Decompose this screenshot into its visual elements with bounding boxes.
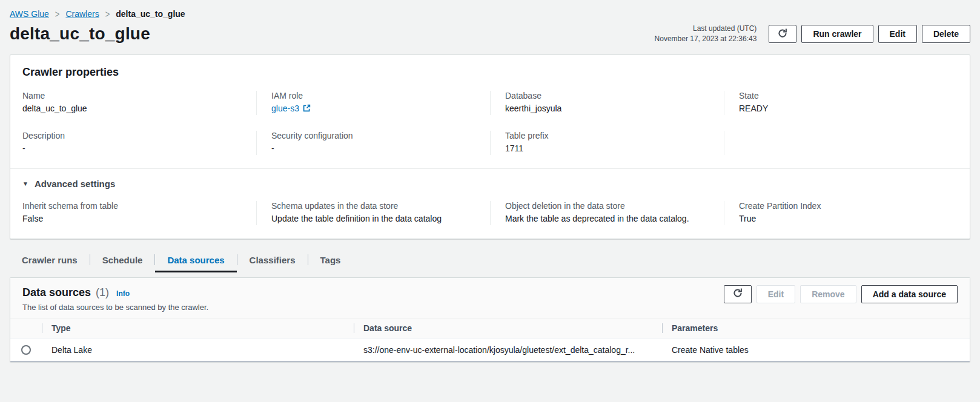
tab-classifiers[interactable]: Classifiers [237,252,308,272]
field-value: 1711 [505,143,709,153]
last-updated-label: Last updated (UTC) [655,24,757,34]
page: AWS Glue > Crawlers > delta_uc_to_glue d… [0,0,980,362]
data-sources-table: Type Data source Parameters Delta Lake s… [10,318,970,361]
field-state: State READY [724,91,958,115]
add-data-source-button[interactable]: Add a data source [861,285,958,303]
field-partition-index: Create Partition Index True [724,201,958,225]
field-database: Database keerthi_josyula [490,91,724,115]
crawler-properties-title: Crawler properties [22,66,958,79]
refresh-icon [733,288,743,300]
field-description: Description - [22,131,256,155]
refresh-button[interactable] [724,285,752,303]
field-inherit-schema: Inherit schema from table False [22,201,256,225]
field-value: keerthi_josyula [505,104,709,113]
last-updated: Last updated (UTC) November 17, 2023 at … [655,24,757,45]
remove-data-source-button[interactable]: Remove [800,285,856,303]
cell-data-source: s3://one-env-uc-external-location/kjosyu… [354,345,662,355]
cell-parameters: Create Native tables [662,345,970,355]
field-empty [724,131,958,155]
data-sources-header: Data sources (1) Info The list of data s… [10,278,970,318]
field-label: IAM role [271,91,475,100]
field-security-configuration: Security configuration - [256,131,490,155]
data-sources-actions: Edit Remove Add a data source [724,285,958,303]
crawler-properties-card: Crawler properties Name delta_uc_to_glue… [10,54,970,239]
column-header-type: Type [42,323,354,333]
column-header-parameters: Parameters [662,323,970,333]
run-crawler-button[interactable]: Run crawler [801,25,873,43]
field-label: Object deletion in the data store [505,201,709,211]
properties-grid: Name delta_uc_to_glue IAM role glue-s3 [22,91,958,155]
field-label: Name [22,91,242,100]
chevron-right-icon: > [105,8,110,20]
field-schema-updates: Schema updates in the data store Update … [256,201,490,225]
data-sources-title: Data sources [22,286,91,299]
tab-crawler-runs[interactable]: Crawler runs [10,252,90,272]
advanced-settings-toggle[interactable]: ▼ Advanced settings [22,179,115,189]
section-divider [10,168,970,169]
edit-crawler-button[interactable]: Edit [878,25,917,43]
table-row: Delta Lake s3://one-env-uc-external-loca… [10,338,970,361]
field-label: Table prefix [505,131,709,140]
field-value: Mark the table as deprecated in the data… [505,214,709,223]
field-value: Update the table definition in the data … [271,214,475,223]
table-header-row: Type Data source Parameters [10,318,970,338]
field-object-deletion: Object deletion in the data store Mark t… [490,201,724,225]
field-table-prefix: Table prefix 1711 [490,131,724,155]
field-value: False [22,214,242,223]
breadcrumb-link-aws-glue[interactable]: AWS Glue [10,9,49,19]
external-link-icon [303,104,311,112]
field-value: delta_uc_to_glue [22,104,242,113]
field-iam-role: IAM role glue-s3 [256,91,490,115]
advanced-settings-label: Advanced settings [35,179,115,189]
crawler-state-value: READY [739,104,943,113]
chevron-right-icon: > [55,8,60,20]
data-sources-card: Data sources (1) Info The list of data s… [10,277,970,362]
breadcrumb-link-crawlers[interactable]: Crawlers [65,9,99,19]
field-label: Create Partition Index [739,201,943,211]
field-label: Inherit schema from table [22,201,242,211]
tab-tags[interactable]: Tags [308,252,353,272]
refresh-button[interactable] [769,25,796,43]
field-value: True [739,214,943,223]
tab-data-sources[interactable]: Data sources [155,252,236,272]
field-label: State [739,91,943,100]
field-name: Name delta_uc_to_glue [22,91,256,115]
data-sources-count: (1) [96,286,109,299]
info-link[interactable]: Info [116,289,130,298]
field-value: - [271,143,475,153]
refresh-icon [778,28,787,40]
cell-type: Delta Lake [42,345,354,355]
iam-role-link-text: glue-s3 [271,104,299,113]
iam-role-link[interactable]: glue-s3 [271,104,311,113]
field-label: Description [22,131,242,140]
breadcrumb-current: delta_uc_to_glue [116,9,185,19]
header-actions: Last updated (UTC) November 17, 2023 at … [655,24,970,45]
last-updated-value: November 17, 2023 at 22:36:43 [655,34,757,44]
field-label: Database [505,91,709,100]
field-label: Schema updates in the data store [271,201,475,211]
breadcrumb: AWS Glue > Crawlers > delta_uc_to_glue [10,0,970,19]
tab-schedule[interactable]: Schedule [90,252,155,272]
row-radio-button[interactable] [21,345,31,355]
column-header-data-source: Data source [354,323,662,333]
field-value: - [22,143,242,153]
edit-data-source-button[interactable]: Edit [757,285,795,303]
field-label: Security configuration [271,131,475,140]
caret-down-icon: ▼ [22,180,28,187]
tab-bar: Crawler runs Schedule Data sources Class… [10,252,970,272]
data-sources-description: The list of data sources to be scanned b… [22,303,208,312]
advanced-settings-grid: Inherit schema from table False Schema u… [22,201,958,225]
delete-crawler-button[interactable]: Delete [922,25,970,43]
page-header: delta_uc_to_glue Last updated (UTC) Nove… [10,24,970,45]
page-title: delta_uc_to_glue [10,24,150,44]
